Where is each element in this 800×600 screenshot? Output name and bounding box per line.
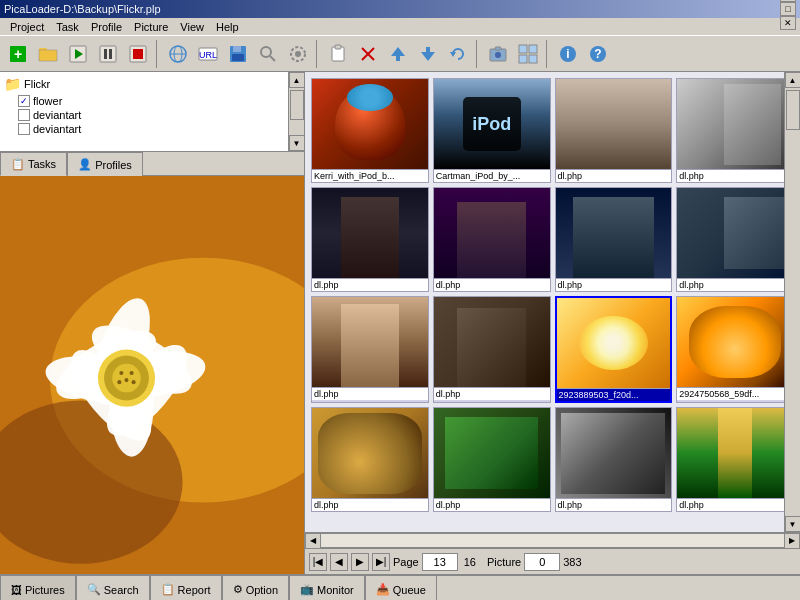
bottom-tab-queue[interactable]: 📥 Queue [365, 576, 437, 600]
image-cell-2-2[interactable]: 2923889503_f20d... [555, 296, 673, 403]
tree-item-flower[interactable]: ✓ flower [2, 94, 286, 108]
image-thumbnail [312, 408, 428, 498]
btn-refresh[interactable] [444, 40, 472, 68]
image-cell-1-1[interactable]: dl.php [433, 187, 551, 292]
close-button[interactable]: ✕ [780, 16, 796, 30]
btn-up[interactable] [384, 40, 412, 68]
svg-rect-39 [529, 55, 537, 63]
menu-help[interactable]: Help [210, 20, 245, 34]
image-label: dl.php [312, 498, 428, 511]
image-thumbnail [557, 298, 671, 388]
image-thumbnail [556, 188, 672, 278]
toolbar: + URL [0, 36, 800, 72]
menu-project[interactable]: Project [4, 20, 50, 34]
preview-image [0, 176, 304, 574]
image-label: dl.php [556, 278, 672, 291]
tree-root-flickr[interactable]: 📁 Flickr [2, 74, 286, 94]
image-cell-2-0[interactable]: dl.php [311, 296, 429, 403]
svg-point-34 [495, 52, 501, 58]
image-cell-3-0[interactable]: dl.php [311, 407, 429, 512]
btn-clipboard[interactable] [324, 40, 352, 68]
svg-rect-29 [396, 56, 400, 61]
bottom-tab-option[interactable]: ⚙ Option [222, 576, 289, 600]
image-cell-3-2[interactable]: dl.php [555, 407, 673, 512]
tree-checkbox-flower[interactable]: ✓ [18, 95, 30, 107]
maximize-button[interactable]: □ [780, 2, 796, 16]
tree-item-label: deviantart [33, 109, 81, 121]
tree-scroll-up[interactable]: ▲ [289, 72, 305, 88]
image-cell-3-3[interactable]: dl.php [676, 407, 794, 512]
stop-button[interactable] [124, 40, 152, 68]
settings-button[interactable] [284, 40, 312, 68]
search-button[interactable] [254, 40, 282, 68]
menu-view[interactable]: View [174, 20, 210, 34]
btn-gallery[interactable] [514, 40, 542, 68]
tree-item-deviantart2[interactable]: deviantart [2, 122, 286, 136]
page-first-button[interactable]: |◀ [309, 553, 327, 571]
bottom-tab-report[interactable]: 📋 Report [150, 576, 222, 600]
bottom-tab-pictures[interactable]: 🖼 Pictures [0, 576, 76, 600]
image-thumbnail [312, 188, 428, 278]
image-cell-0-1[interactable]: iPod Cartman_iPod_by_... [433, 78, 551, 183]
tree-checkbox-deviantart1[interactable] [18, 109, 30, 121]
svg-rect-9 [109, 49, 112, 59]
image-cell-0-0[interactable]: Kerri_with_iPod_b... [311, 78, 429, 183]
page-picture-input[interactable] [524, 553, 560, 571]
save-button[interactable] [224, 40, 252, 68]
page-picture-text: Picture [487, 556, 521, 568]
page-prev-button[interactable]: ◀ [330, 553, 348, 571]
horiz-scroll-track[interactable] [321, 533, 784, 548]
image-cell-0-2[interactable]: dl.php [555, 78, 673, 183]
svg-point-20 [261, 47, 271, 57]
pause-button[interactable] [94, 40, 122, 68]
tab-tasks[interactable]: 📋 Tasks [0, 152, 67, 176]
image-cell-0-3[interactable]: dl.php [676, 78, 794, 183]
page-last-button[interactable]: ▶| [372, 553, 390, 571]
browse-button[interactable] [164, 40, 192, 68]
btn-photo[interactable] [484, 40, 512, 68]
svg-point-58 [119, 371, 123, 375]
page-next-button[interactable]: ▶ [351, 553, 369, 571]
image-cell-1-3[interactable]: dl.php [676, 187, 794, 292]
help-button[interactable]: ? [584, 40, 612, 68]
image-cell-3-1[interactable]: dl.php [433, 407, 551, 512]
image-label: dl.php [434, 278, 550, 291]
tree-scroll-thumb[interactable] [290, 90, 304, 120]
monitor-tab-icon: 📺 [300, 583, 314, 596]
image-cell-1-0[interactable]: dl.php [311, 187, 429, 292]
horiz-scroll-right[interactable]: ▶ [784, 533, 800, 549]
horiz-scroll-left[interactable]: ◀ [305, 533, 321, 549]
tree-checkbox-deviantart2[interactable] [18, 123, 30, 135]
tree-item-label: deviantart [33, 123, 81, 135]
menu-task[interactable]: Task [50, 20, 85, 34]
menu-profile[interactable]: Profile [85, 20, 128, 34]
tree-scroll-down[interactable]: ▼ [289, 135, 305, 151]
separator-3 [476, 40, 480, 68]
image-label: dl.php [312, 278, 428, 291]
bottom-tab-monitor[interactable]: 📺 Monitor [289, 576, 365, 600]
menu-picture[interactable]: Picture [128, 20, 174, 34]
grid-scroll-down[interactable]: ▼ [785, 516, 801, 532]
grid-scroll-up[interactable]: ▲ [785, 72, 801, 88]
page-current-input[interactable] [422, 553, 458, 571]
bottom-tab-search[interactable]: 🔍 Search [76, 576, 150, 600]
btn-down[interactable] [414, 40, 442, 68]
tree-item-deviantart1[interactable]: deviantart [2, 108, 286, 122]
tree-item-label: flower [33, 95, 62, 107]
open-button[interactable] [34, 40, 62, 68]
svg-rect-19 [232, 54, 244, 61]
start-button[interactable] [64, 40, 92, 68]
tab-profiles[interactable]: 👤 Profiles [67, 152, 143, 176]
image-cell-1-2[interactable]: dl.php [555, 187, 673, 292]
grid-scroll-thumb[interactable] [786, 90, 800, 130]
option-tab-label: Option [246, 584, 278, 596]
addurl-button[interactable]: URL [194, 40, 222, 68]
profiles-tab-icon: 👤 [78, 158, 92, 171]
image-cell-2-3[interactable]: 2924750568_59df... [676, 296, 794, 403]
btn-delete[interactable] [354, 40, 382, 68]
image-cell-2-1[interactable]: dl.php [433, 296, 551, 403]
image-thumbnail [556, 79, 672, 169]
page-picture-total: 383 [563, 556, 581, 568]
info-button[interactable]: i [554, 40, 582, 68]
add-button[interactable]: + [4, 40, 32, 68]
